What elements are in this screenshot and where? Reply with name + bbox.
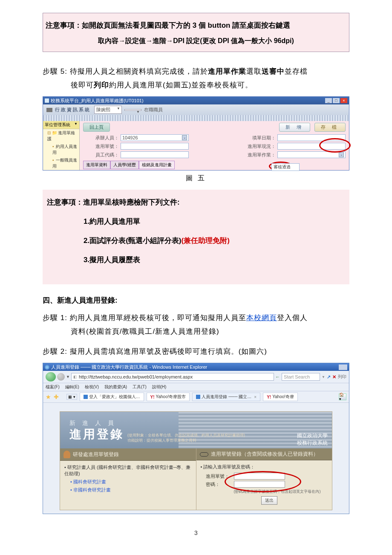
- step5-line2c: 約用人員進用單(如圖五)並簽奉校長核可。: [109, 81, 253, 89]
- fig6-tabbar: ★ ✚ ▦ ▾ 登入「愛政大」校園個人… Y!Yahoo!奇摩股市 人員進用登錄…: [43, 391, 349, 403]
- search-dropdown-icon[interactable]: ▼: [322, 375, 325, 379]
- label-empcode: 員工代碼：: [83, 152, 121, 158]
- app-icon: [45, 98, 49, 103]
- left-column: 研發處進用單號登錄 • 研究計畫人員 (國科會研究計畫、非國科會研究計畫─專、兼…: [60, 448, 196, 510]
- home-button[interactable]: 🏠 ▾: [339, 393, 346, 400]
- label-handler: 承辦人員：: [83, 135, 121, 141]
- step5-t2: 選取: [246, 67, 262, 75]
- tab-4[interactable]: Y!Yahoo!奇摩: [263, 393, 298, 401]
- save-highlight-circle: [319, 138, 351, 153]
- minimize-button[interactable]: _: [325, 98, 332, 103]
- figure-6-window: 人員進用登錄 ─── 國立政治大學行政資訊系統 - Windows Intern…: [43, 363, 349, 514]
- tab-formdata[interactable]: 進用單資料: [83, 161, 110, 169]
- right-header: 進用單號登錄（含查閱或修改個人已登錄資料）: [196, 448, 332, 460]
- fig6-menubar: 檔案(F) 編輯(E) 檢視(V) 我的最愛(A) 工具(T) 說明(H): [43, 383, 349, 391]
- search-go-icon[interactable]: ↗: [327, 374, 331, 380]
- fig5-titlebar: 校務系統平台_約用人員進用單維護(UT0101) _ □ ×: [43, 97, 349, 104]
- menu-edit[interactable]: 編輯(E): [65, 384, 79, 389]
- chevron-down-icon: ⌄: [182, 135, 187, 140]
- user-select[interactable]: 陳婉熙: [94, 106, 122, 114]
- step5-b1: 進用單作業: [208, 67, 246, 75]
- tab-3-active[interactable]: 人員進用登錄 ─── 國立…×: [192, 393, 260, 401]
- favorites-icon[interactable]: ★: [46, 393, 51, 400]
- new-button[interactable]: 新 增: [279, 123, 310, 132]
- s4s2-t1: 擬用人員需填寫進用單號及密碼後即可進行填寫。(如圖六): [70, 347, 267, 356]
- menu-view[interactable]: 檢視(V): [85, 384, 99, 389]
- close-button[interactable]: ×: [340, 98, 347, 103]
- fig5-title: 校務系統平台_約用人員進用單維護(UT0101): [51, 98, 144, 104]
- ie-tab-icon: [84, 395, 88, 399]
- input-formno[interactable]: [121, 143, 189, 150]
- blank-select[interactable]: [124, 109, 141, 111]
- forward-nav-button[interactable]: [57, 373, 65, 381]
- save-button[interactable]: 存 檔: [314, 123, 346, 132]
- label-formno: 進用單號：: [83, 143, 121, 150]
- figure-5-window: 校務系統平台_約用人員進用單維護(UT0101) _ □ × 行政資訊系統 陳婉…: [43, 96, 349, 171]
- yahoo-icon: Y!: [267, 395, 271, 399]
- s4s1-t1: 約用人員進用單經校長核可後，即可通知擬用人員至: [70, 314, 246, 322]
- tab-2[interactable]: Y!Yahoo!奇摩股市: [147, 393, 190, 401]
- right-prompt: • 請輸入進用單號及密碼：: [201, 464, 328, 470]
- maximize-button[interactable]: □: [333, 98, 340, 103]
- fig5-header: 行政資訊系統 陳婉熙 在職職員: [43, 104, 349, 116]
- university-name: 國立政治大學 校務行政系統: [297, 432, 328, 447]
- school-website-link[interactable]: 本校網頁: [246, 314, 277, 322]
- ie-icon: [45, 365, 49, 370]
- fig5-tabs: 進用單資料 人員學/經歷 核銷及進用計畫: [83, 161, 346, 169]
- left-bullet: • 研究計畫人員 (國科會研究計畫、非國科會研究計畫─專、兼任助理): [64, 464, 192, 477]
- menu-file[interactable]: 檔案(F): [46, 384, 60, 389]
- step5-t3: 並存檔: [285, 67, 308, 75]
- menu-help[interactable]: 說明(H): [152, 384, 167, 389]
- fig6-titlebar: 人員進用登錄 ─── 國立政治大學行政資訊系統 - Windows Intern…: [43, 363, 349, 371]
- back-button[interactable]: 回上頁: [83, 123, 110, 132]
- link-nsc[interactable]: • 國科會研究計畫: [70, 479, 192, 485]
- add-favorites-icon[interactable]: ✚: [54, 393, 59, 400]
- step5-line2b: 列印: [94, 81, 109, 89]
- back-nav-button[interactable]: [46, 372, 56, 382]
- yahoo-icon: Y!: [150, 395, 155, 399]
- search-x-icon[interactable]: ✕: [332, 374, 336, 380]
- login-highlight-circle: [225, 471, 301, 492]
- menu-tools[interactable]: 工具(T): [133, 384, 147, 389]
- print-button[interactable]: 列印: [338, 374, 346, 380]
- step5-line2a: 後即可: [71, 81, 94, 89]
- chevron-down-icon: ⌄: [339, 152, 344, 157]
- input-empcode[interactable]: [121, 151, 189, 158]
- address-bar[interactable]: ◧ http://ttztwebap.nccu.edu.tw/pweb01/em…: [71, 373, 274, 381]
- tab-grid-icon[interactable]: ▦ ▾: [66, 394, 77, 400]
- label-date: 填單日期：: [240, 135, 277, 141]
- link-nonnsc[interactable]: • 非國科會研究計畫: [70, 487, 192, 493]
- tab-plan[interactable]: 核銷及進用計畫: [139, 161, 175, 169]
- notice1-line1: 注意事項：如開啟頁面無法看見圖四最下方的 3 個 button 請至桌面按右鍵選: [46, 19, 346, 32]
- min-button[interactable]: [339, 364, 347, 370]
- tab-edu[interactable]: 人員學/經歷: [110, 161, 139, 169]
- dropdown-open: 送審中 審核通過: [271, 163, 300, 171]
- page-number: 3: [43, 529, 349, 536]
- search-input[interactable]: Start Search: [282, 373, 320, 381]
- sidebar-node-3[interactable]: ▪ 一般職員進用: [43, 156, 79, 170]
- menu-fav[interactable]: 我的最愛(A): [104, 384, 127, 389]
- notice-box-1: 注意事項：如開啟頁面無法看見圖四最下方的 3 個 button 請至桌面按右鍵選…: [43, 13, 349, 52]
- option-passed[interactable]: 審核通過: [271, 163, 300, 171]
- notice1-line2: 取內容→設定值→進階→DPI 設定(更改 DPI 值為一般大小 96dpi): [46, 37, 346, 46]
- sidebar-node-1[interactable]: ⊟ 📁進用單維護: [43, 129, 79, 143]
- sidebar-header[interactable]: 單位管理系統▼: [43, 121, 79, 129]
- step5-t1: 待擬用人員之相關資料填寫完成後，請於: [70, 67, 208, 75]
- fig6-content: 新 進 人 員 進用登錄 (使用對象：全校各單位填、勿忘記完成填、約用人員及研究…: [43, 403, 349, 514]
- tab-1[interactable]: 登入「愛政大」校園個人…: [80, 393, 144, 401]
- submit-button[interactable]: 送出: [261, 496, 277, 505]
- notice-box-2: 注意事項：進用單呈核時應檢附下列文件: 1.約用人員進用單 2.面試評分表(甄選…: [43, 190, 349, 284]
- role-label: 在職職員: [144, 107, 163, 113]
- input-handler[interactable]: 104926⌄: [121, 134, 189, 141]
- banner: 新 進 人 員 進用登錄 (使用對象：全校各單位填、勿忘記完成填、約用人員及研究…: [60, 412, 332, 448]
- s4s2-prefix: 步驟 2:: [43, 347, 67, 356]
- building-decoration: [43, 115, 349, 121]
- fig5-sidebar: 單位管理系統▼ ⊟ 📁進用單維護 ▪ 約用人員進用 ▪ 一般職員進用: [43, 121, 80, 170]
- s4s1-line2: 資料(校園首頁/教職員工/新進人員進用登錄): [43, 325, 349, 338]
- glasses-icon: [200, 452, 208, 457]
- sidebar-node-2[interactable]: ▪ 約用人員進用: [43, 143, 79, 156]
- notice2-item2: 2.面試評分表(甄選小組評分表)(兼任助理免附): [47, 236, 345, 246]
- s4-step2: 步驟 2: 擬用人員需填寫進用單號及密碼後即可進行填寫。(如圖六): [43, 345, 349, 358]
- banner-big: 進用登錄: [69, 426, 124, 442]
- fig6-navbar: ▼ ◧ http://ttztwebap.nccu.edu.tw/pweb01/…: [43, 371, 349, 383]
